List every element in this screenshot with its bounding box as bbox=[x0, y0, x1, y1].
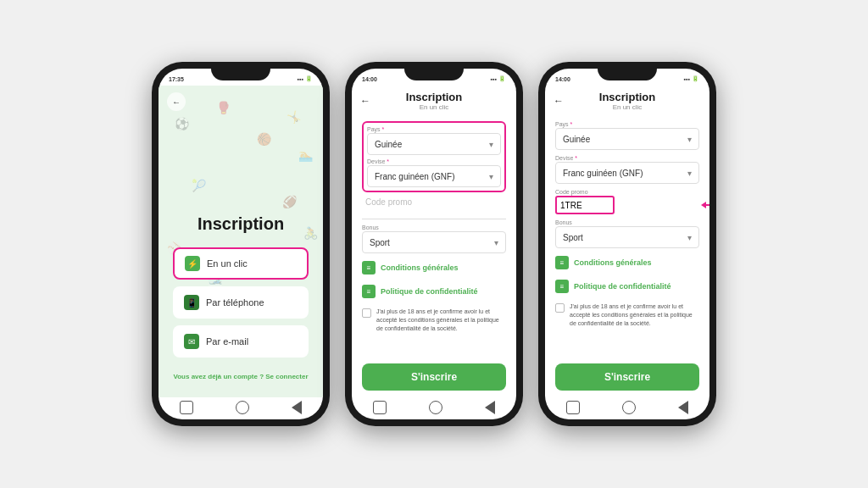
status-icons-2: ▪▪▪ 🔋 bbox=[491, 75, 506, 82]
back-arrow-2[interactable]: ← bbox=[360, 95, 370, 107]
nav-bar-2 bbox=[352, 397, 516, 419]
conditions-row-3: ≡ Conditions générales bbox=[555, 253, 699, 272]
notch-3 bbox=[598, 62, 657, 80]
bonus-group-2: Bonus Sport ▾ bbox=[362, 225, 506, 253]
devise-value-3: Franc guinéen (GNF) bbox=[563, 169, 643, 178]
battery-icon-2: 🔋 bbox=[498, 75, 506, 82]
time-3: 14:00 bbox=[555, 76, 570, 82]
back-nav-btn-3[interactable] bbox=[622, 401, 636, 414]
submit-btn-3[interactable]: S'inscrire bbox=[555, 363, 699, 391]
back-button-1[interactable]: ← bbox=[167, 92, 186, 111]
pays-select[interactable]: Guinée ▾ bbox=[367, 133, 501, 155]
phone-3-device: 14:00 ▪▪▪ 🔋 ← Inscription En un clic Pay… bbox=[538, 62, 716, 426]
header-main-2: Inscription bbox=[406, 91, 462, 103]
battery-icon-1: 🔋 bbox=[305, 75, 313, 82]
devise-select[interactable]: Franc guinéen (GNF) ▾ bbox=[367, 165, 501, 187]
pays-group-3: Pays * Guinée ▾ bbox=[555, 121, 699, 150]
option-email[interactable]: ✉ Par e-mail bbox=[173, 325, 309, 358]
devise-chevron: ▾ bbox=[489, 172, 493, 181]
option-phone[interactable]: 📱 Par téléphone bbox=[173, 286, 309, 319]
devise-chevron-3: ▾ bbox=[687, 169, 692, 178]
deco-icon: 🥊 bbox=[216, 101, 231, 114]
conditions-row-2: ≡ Conditions générales bbox=[362, 258, 506, 277]
header-main-3: Inscription bbox=[599, 91, 655, 103]
notch-2 bbox=[404, 62, 464, 80]
bonus-select-3[interactable]: Sport ▾ bbox=[555, 226, 699, 248]
bonus-select-2[interactable]: Sport ▾ bbox=[362, 231, 506, 253]
checkbox-row-3: J'ai plus de 18 ans et je confirme avoir… bbox=[555, 301, 699, 329]
bonus-label-3: Bonus bbox=[555, 219, 699, 225]
privacy-row-2: ≡ Politique de confidentialité bbox=[362, 282, 506, 301]
privacy-row-3: ≡ Politique de confidentialité bbox=[555, 277, 699, 296]
devise-value: Franc guinéen (GNF) bbox=[375, 172, 454, 181]
bonus-label-2: Bonus bbox=[362, 225, 506, 230]
back-nav-btn[interactable] bbox=[236, 401, 249, 414]
pays-devise-group: Pays * Guinée ▾ Devise * Franc guinéen (… bbox=[362, 121, 506, 192]
back-arrow-3[interactable]: ← bbox=[554, 95, 564, 107]
deco-icon: ⚽ bbox=[175, 117, 189, 130]
promo-input-2[interactable]: Code promo bbox=[362, 197, 506, 219]
deco-icon: 🎾 bbox=[192, 179, 206, 192]
signal-icon-2: ▪▪▪ bbox=[491, 76, 497, 82]
phone-2-device: 14:00 ▪▪▪ 🔋 ← Inscription En un clic Pay… bbox=[345, 62, 523, 426]
home-nav-btn-3[interactable] bbox=[566, 401, 580, 414]
back-triangle-btn-2[interactable] bbox=[485, 401, 495, 414]
phone-2-header: ← Inscription En un clic bbox=[352, 86, 516, 116]
privacy-icon-3: ≡ bbox=[555, 280, 569, 293]
deco-icon: 🏀 bbox=[257, 132, 271, 146]
privacy-link-3[interactable]: Politique de confidentialité bbox=[574, 282, 671, 291]
bonus-value-2: Sport bbox=[370, 238, 390, 247]
pays-label-3: Pays * bbox=[555, 121, 699, 127]
promo-input-3[interactable]: 1TRE bbox=[555, 196, 615, 214]
option-phone-label: Par téléphone bbox=[206, 297, 264, 308]
promo-arrow bbox=[701, 202, 709, 208]
agree-checkbox-2[interactable] bbox=[362, 308, 371, 318]
back-triangle-btn-3[interactable] bbox=[678, 401, 688, 414]
pays-value-3: Guinée bbox=[563, 135, 590, 144]
option-email-label: Par e-mail bbox=[206, 336, 248, 347]
header-sub-3: En un clic bbox=[599, 103, 655, 111]
pays-group: Pays * Guinée ▾ bbox=[367, 126, 501, 155]
pays-select-3[interactable]: Guinée ▾ bbox=[555, 128, 699, 150]
back-nav-btn-2[interactable] bbox=[429, 401, 442, 414]
deco-icon: 🤸 bbox=[287, 110, 301, 124]
deco-icon: 🚴 bbox=[303, 226, 318, 240]
phone-1: 17:35 ▪▪▪ 🔋 ⚽ 🏀 🎾 🏈 ⚾ 🏐 🥊 🏊 🚴 bbox=[152, 62, 330, 426]
form-body-3: Pays * Guinée ▾ Devise * Franc guinéen (… bbox=[545, 116, 709, 358]
conditions-link-3[interactable]: Conditions générales bbox=[574, 258, 652, 267]
phone-2-screen: 14:00 ▪▪▪ 🔋 ← Inscription En un clic Pay… bbox=[352, 69, 516, 419]
phone-1-screen: 17:35 ▪▪▪ 🔋 ⚽ 🏀 🎾 🏈 ⚾ 🏐 🥊 🏊 🚴 bbox=[159, 69, 323, 419]
promo-group-3: Code promo 1TRE bbox=[555, 189, 699, 214]
status-icons-3: ▪▪▪ 🔋 bbox=[684, 75, 699, 82]
back-triangle-btn[interactable] bbox=[292, 401, 302, 414]
privacy-link-2[interactable]: Politique de confidentialité bbox=[381, 287, 478, 296]
bonus-chevron-3: ▾ bbox=[687, 233, 692, 242]
phone-1-device: 17:35 ▪▪▪ 🔋 ⚽ 🏀 🎾 🏈 ⚾ 🏐 🥊 🏊 🚴 bbox=[152, 62, 330, 426]
pays-chevron-3: ▾ bbox=[687, 135, 692, 144]
promo-group-2: Code promo bbox=[362, 197, 506, 219]
agree-checkbox-3[interactable] bbox=[555, 303, 565, 313]
header-title-3: Inscription En un clic bbox=[599, 91, 655, 111]
phone-3-header: ← Inscription En un clic bbox=[545, 86, 709, 116]
home-nav-btn[interactable] bbox=[180, 401, 193, 414]
signal-icon-1: ▪▪▪ bbox=[298, 76, 303, 82]
conditions-link-2[interactable]: Conditions générales bbox=[381, 263, 459, 272]
option-one-click[interactable]: ⚡ En un clic bbox=[173, 247, 309, 280]
submit-btn-2[interactable]: S'inscrire bbox=[362, 363, 506, 391]
arrowline bbox=[706, 204, 709, 206]
phone-2: 14:00 ▪▪▪ 🔋 ← Inscription En un clic Pay… bbox=[345, 62, 523, 426]
devise-label: Devise * bbox=[367, 158, 501, 164]
promo-placeholder-2: Code promo bbox=[365, 197, 412, 207]
login-link[interactable]: Se connecter bbox=[265, 373, 308, 380]
phone1-background: ⚽ 🏀 🎾 🏈 ⚾ 🏐 🥊 🏊 🚴 🎿 🏋 🤸 ← Inscription bbox=[159, 86, 323, 397]
already-account-text: Vous avez déjà un compte ? Se connecter bbox=[173, 373, 308, 380]
signal-icon-3: ▪▪▪ bbox=[684, 76, 690, 82]
header-title-2: Inscription En un clic bbox=[406, 91, 462, 111]
phone-3-screen: 14:00 ▪▪▪ 🔋 ← Inscription En un clic Pay… bbox=[545, 69, 709, 419]
pays-value: Guinée bbox=[375, 140, 402, 149]
home-nav-btn-2[interactable] bbox=[373, 401, 387, 414]
devise-group-3: Devise * Franc guinéen (GNF) ▾ bbox=[555, 155, 699, 184]
email-icon: ✉ bbox=[184, 334, 199, 349]
devise-select-3[interactable]: Franc guinéen (GNF) ▾ bbox=[555, 162, 699, 184]
battery-icon-3: 🔋 bbox=[692, 75, 699, 82]
